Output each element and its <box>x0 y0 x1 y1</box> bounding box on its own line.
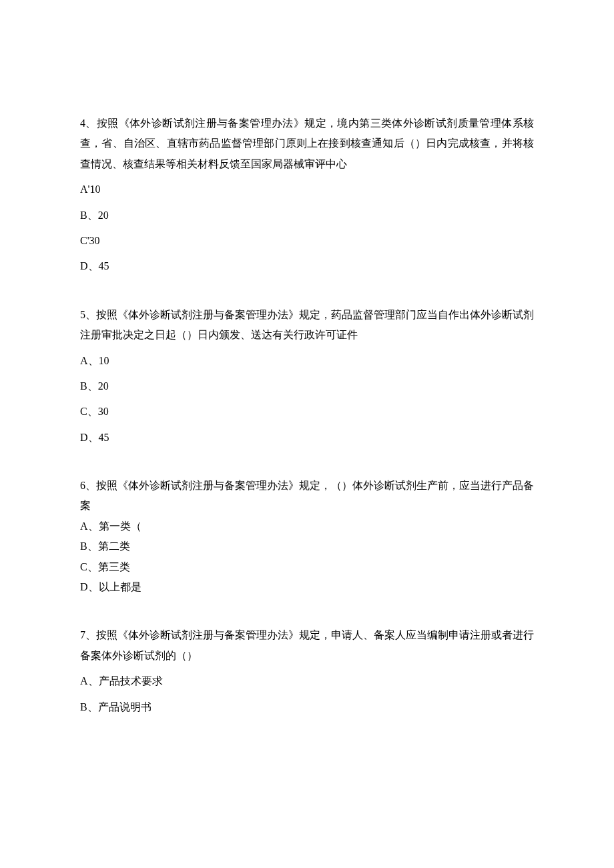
option-a: A、产品技术要求 <box>80 671 534 691</box>
option-c: C、第三类 <box>80 557 534 577</box>
document-page: 4、按照《体外诊断试剂注册与备案管理办法》规定，境内第三类体外诊断试剂质量管理体… <box>0 0 614 868</box>
option-b: B、第二类 <box>80 536 534 556</box>
option-prefix: A、 <box>80 520 99 532</box>
question-stem: 6、按照《体外诊断试剂注册与备案管理办法》规定，（）体外诊断试剂生产前，应当进行… <box>80 476 534 516</box>
stem-text: 6、按照《体外诊断试剂注册与备案管理办法》规定，（）体外诊断试剂生产前，应当进行… <box>80 480 534 511</box>
option-b: B、产品说明书 <box>80 697 534 717</box>
option-d: D、45 <box>80 428 534 448</box>
question-4: 4、按照《体外诊断试剂注册与备案管理办法》规定，境内第三类体外诊断试剂质量管理体… <box>80 113 534 277</box>
option-c: C'30 <box>80 231 534 251</box>
stem-text: 4、按照《体外诊断试剂注册与备案管理办法》规定，境内第三类体外诊断试剂质量管理体… <box>80 117 534 169</box>
option-b: B、20 <box>80 205 534 226</box>
option-d: D、以上都是 <box>80 577 534 597</box>
question-7: 7、按照《体外诊断试剂注册与备案管理办法》规定，申请人、备案人应当编制申请注册或… <box>80 625 534 717</box>
question-stem: 4、按照《体外诊断试剂注册与备案管理办法》规定，境内第三类体外诊断试剂质量管理体… <box>80 113 534 174</box>
question-5: 5、按照《体外诊断试剂注册与备案管理办法》规定，药品监督管理部门应当自作出体外诊… <box>80 305 534 448</box>
question-stem: 5、按照《体外诊断试剂注册与备案管理办法》规定，药品监督管理部门应当自作出体外诊… <box>80 305 534 346</box>
question-6: 6、按照《体外诊断试剂注册与备案管理办法》规定，（）体外诊断试剂生产前，应当进行… <box>80 476 534 597</box>
option-d: D、45 <box>80 256 534 276</box>
stem-text: 5、按照《体外诊断试剂注册与备案管理办法》规定，药品监督管理部门应当自作出体外诊… <box>80 309 534 340</box>
option-a: A'10 <box>80 179 534 199</box>
option-a: A、第一类（ <box>80 516 534 536</box>
stem-text: 7、按照《体外诊断试剂注册与备案管理办法》规定，申请人、备案人应当编制申请注册或… <box>80 629 534 661</box>
option-c: C、30 <box>80 402 534 422</box>
option-b: B、20 <box>80 376 534 396</box>
option-a: A、10 <box>80 351 534 371</box>
option-body: 第一类（ <box>99 520 141 532</box>
question-stem: 7、按照《体外诊断试剂注册与备案管理办法》规定，申请人、备案人应当编制申请注册或… <box>80 625 534 666</box>
